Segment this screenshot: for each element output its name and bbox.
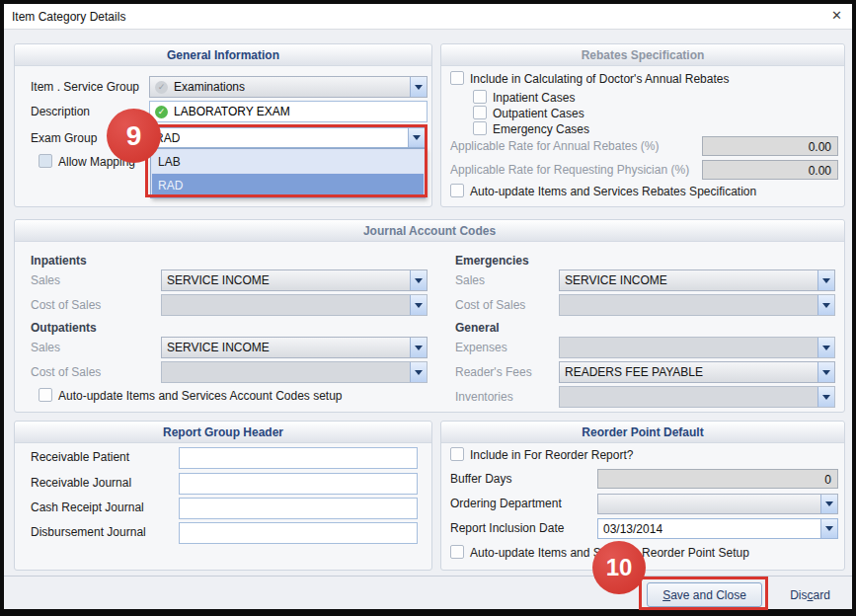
emergency-cases-checkbox[interactable] xyxy=(473,121,487,135)
outpatients-cost-dropdown[interactable] xyxy=(161,361,428,383)
allow-mapping-checkbox[interactable] xyxy=(39,154,52,168)
ordering-department-label: Ordering Department xyxy=(450,497,562,510)
service-group-value: Examinations xyxy=(174,80,245,94)
dialog-title: Item Category Details xyxy=(4,10,125,24)
buffer-days-label: Buffer Days xyxy=(450,472,511,486)
step-10-highlight-box xyxy=(639,577,768,610)
rebates-specification-header: Rebates Specification xyxy=(441,44,844,66)
include-annual-rebates-checkbox[interactable] xyxy=(450,71,464,85)
inpatients-heading: Inpatients xyxy=(31,254,87,268)
discard-label-post: ard xyxy=(814,588,830,602)
general-information-header: General Information xyxy=(15,44,431,66)
include-reorder-report-label: Include in For Reorder Report? xyxy=(470,448,633,462)
journal-account-codes-header: Journal Account Codes xyxy=(15,220,844,242)
close-icon[interactable]: ✕ xyxy=(831,8,842,23)
outpatients-sales-dropdown[interactable]: SERVICE INCOME xyxy=(161,337,428,358)
cash-receipt-journal-label: Cash Receipt Journal xyxy=(31,500,144,514)
outpatients-sales-label: Sales xyxy=(31,341,60,354)
expenses-dropdown[interactable] xyxy=(559,337,835,358)
emergencies-sales-dropdown[interactable]: SERVICE INCOME xyxy=(559,270,835,291)
annual-rate-field: 0.00 xyxy=(702,136,838,156)
report-group-header-group: Report Group Header Receivable Patient R… xyxy=(14,421,432,571)
discard-label-pre: Dis xyxy=(790,588,807,602)
outpatients-heading: Outpatients xyxy=(31,321,97,335)
disbursement-journal-label: Disbursement Journal xyxy=(31,525,146,539)
dropdown-arrow-icon[interactable] xyxy=(410,270,427,290)
receivable-journal-input[interactable] xyxy=(179,473,418,495)
exam-group-label: Exam Group xyxy=(31,131,97,145)
inpatient-cases-checkbox[interactable] xyxy=(473,90,487,104)
outpatients-cost-label: Cost of Sales xyxy=(31,365,101,379)
description-input[interactable]: ✓ LABORATORY EXAM xyxy=(149,101,428,122)
outpatient-cases-checkbox[interactable] xyxy=(473,106,487,119)
readers-fees-dropdown[interactable]: READERS FEE PAYABLE xyxy=(559,361,835,383)
receivable-patient-label: Receivable Patient xyxy=(31,450,129,464)
auto-update-account-codes-checkbox[interactable] xyxy=(39,388,52,402)
report-inclusion-date-value: 03/13/2014 xyxy=(603,522,662,536)
cash-receipt-journal-input[interactable] xyxy=(179,498,418,519)
step-9-badge: 9 xyxy=(107,109,161,163)
green-check-icon: ✓ xyxy=(155,106,168,118)
include-reorder-report-checkbox[interactable] xyxy=(450,447,464,461)
dialog-body: General Information Item . Service Group… xyxy=(4,30,852,609)
emergencies-cost-label: Cost of Sales xyxy=(455,298,525,312)
step-9-highlight-box xyxy=(145,124,428,197)
emergency-cases-label: Emergency Cases xyxy=(493,122,589,136)
inpatients-cost-dropdown[interactable] xyxy=(161,294,428,316)
ordering-department-dropdown[interactable] xyxy=(597,494,838,514)
disbursement-journal-input[interactable] xyxy=(179,522,418,544)
inpatients-sales-dropdown[interactable]: SERVICE INCOME xyxy=(161,270,428,291)
emergencies-cost-dropdown[interactable] xyxy=(559,294,835,316)
emergencies-sales-value: SERVICE INCOME xyxy=(565,273,667,287)
inventories-dropdown[interactable] xyxy=(559,386,835,408)
dropdown-arrow-icon[interactable] xyxy=(817,362,834,382)
gray-check-icon: ✓ xyxy=(155,81,168,94)
auto-update-rebates-checkbox[interactable] xyxy=(450,184,464,197)
auto-update-reorder-checkbox[interactable] xyxy=(450,545,464,559)
dropdown-arrow-icon[interactable] xyxy=(817,338,834,357)
physician-rate-field: 0.00 xyxy=(702,160,838,180)
outpatient-cases-label: Outpatient Cases xyxy=(493,107,584,120)
dropdown-arrow-icon[interactable] xyxy=(817,387,834,407)
dropdown-arrow-icon[interactable] xyxy=(410,338,427,357)
dropdown-arrow-icon[interactable] xyxy=(410,295,427,315)
readers-fees-value: READERS FEE PAYABLE xyxy=(565,365,703,379)
reorder-point-default-header: Reorder Point Default xyxy=(441,422,844,443)
emergencies-sales-label: Sales xyxy=(455,273,485,287)
auto-update-rebates-label: Auto-update Items and Services Rebates S… xyxy=(470,185,756,198)
general-heading: General xyxy=(455,321,500,335)
dropdown-arrow-icon[interactable] xyxy=(820,495,837,513)
expenses-label: Expenses xyxy=(455,341,507,354)
dropdown-arrow-icon[interactable] xyxy=(410,77,427,97)
report-inclusion-date-dropdown[interactable]: 03/13/2014 xyxy=(597,518,838,539)
description-value: LABORATORY EXAM xyxy=(174,105,290,118)
inventories-label: Inventories xyxy=(455,390,513,404)
description-label: Description xyxy=(31,105,90,118)
rebates-specification-group: Rebates Specification Include in Calcula… xyxy=(440,43,845,207)
auto-update-account-codes-label: Auto-update Items and Services Account C… xyxy=(58,389,343,403)
buffer-days-field: 0 xyxy=(597,469,838,489)
discard-button[interactable]: Discard xyxy=(777,582,843,607)
readers-fees-label: Reader's Fees xyxy=(455,365,532,379)
receivable-patient-input[interactable] xyxy=(179,447,418,469)
dropdown-arrow-icon[interactable] xyxy=(817,270,834,290)
report-inclusion-date-label: Report Inclusion Date xyxy=(450,521,564,535)
physician-rate-label: Applicable Rate for Requesting Physician… xyxy=(450,163,689,177)
dropdown-arrow-icon[interactable] xyxy=(817,295,834,315)
reorder-point-default-group: Reorder Point Default Include in For Reo… xyxy=(440,421,845,571)
inpatients-sales-label: Sales xyxy=(31,273,60,287)
inpatients-cost-label: Cost of Sales xyxy=(31,298,101,312)
item-category-details-dialog: Item Category Details ✕ General Informat… xyxy=(0,0,856,616)
inpatients-sales-value: SERVICE INCOME xyxy=(167,273,270,287)
step-10-badge: 10 xyxy=(592,541,646,594)
service-group-label: Item . Service Group xyxy=(31,80,139,94)
journal-account-codes-group: Journal Account Codes Inpatients Sales S… xyxy=(14,219,845,413)
annual-rate-label: Applicable Rate for Annual Rebates (%) xyxy=(450,139,659,153)
inpatient-cases-label: Inpatient Cases xyxy=(493,91,575,105)
emergencies-heading: Emergencies xyxy=(455,254,529,268)
report-group-header-title: Report Group Header xyxy=(15,422,431,443)
dropdown-arrow-icon[interactable] xyxy=(410,362,427,382)
dropdown-arrow-icon[interactable] xyxy=(820,519,837,538)
service-group-dropdown[interactable]: ✓ Examinations xyxy=(149,76,428,98)
include-annual-rebates-label: Include in Calculating of Doctor's Annua… xyxy=(470,72,729,86)
